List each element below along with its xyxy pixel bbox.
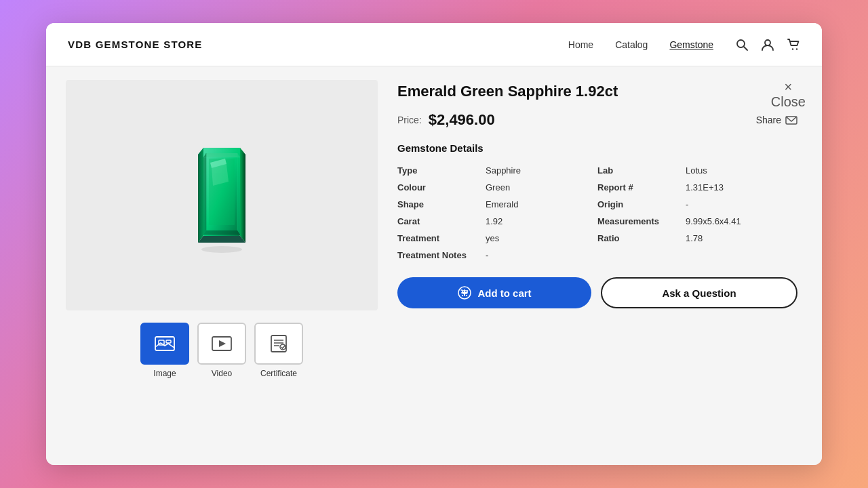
svg-line-1 [744, 47, 747, 50]
share-label: Share [756, 115, 781, 125]
detail-row-treatment-notes: Treatment Notes - [397, 247, 597, 264]
add-to-cart-label: Add to cart [477, 287, 531, 299]
nav-catalog[interactable]: Catalog [615, 39, 648, 50]
svg-marker-11 [203, 230, 240, 235]
close-button[interactable]: × Close [771, 80, 806, 108]
action-row: Add to cart Ask a Question [397, 277, 797, 308]
email-icon [785, 114, 797, 126]
details-title: Gemstone Details [397, 142, 797, 154]
detail-row-measurements: Measurements 9.99x5.6x4.41 [597, 213, 797, 230]
svg-marker-8 [198, 236, 245, 243]
video-tab-box[interactable] [197, 323, 246, 365]
product-image-box [66, 80, 378, 310]
svg-rect-24 [166, 340, 171, 343]
svg-rect-22 [155, 337, 174, 350]
add-to-cart-button[interactable]: Add to cart [397, 277, 591, 308]
details-grid: Type Sapphire Colour Green Shape Emerald [397, 162, 797, 264]
svg-marker-10 [203, 153, 240, 157]
media-tab-image[interactable]: Image [140, 323, 189, 378]
price-label: Price: [397, 115, 422, 125]
media-tabs: Image Video [140, 323, 303, 378]
price-row: Price: $2,496.00 Share [397, 111, 797, 129]
image-tab-box[interactable] [140, 323, 189, 365]
svg-point-21 [201, 246, 242, 253]
detail-row-type: Type Sapphire [397, 162, 597, 179]
cart-btn-icon [457, 285, 472, 300]
svg-point-35 [466, 295, 467, 296]
ask-question-label: Ask a Question [662, 287, 736, 299]
svg-point-34 [462, 295, 463, 296]
detail-row-carat: Carat 1.92 [397, 213, 597, 230]
svg-marker-6 [198, 148, 203, 243]
details-section: × Close Emerald Green Sapphire 1.92ct Pr… [381, 80, 806, 454]
detail-row-shape: Shape Emerald [397, 196, 597, 213]
cart-icon[interactable] [787, 38, 800, 52]
svg-point-31 [280, 344, 285, 350]
header: VDB GEMSTONE STORE Home Catalog Gemstone [46, 23, 822, 66]
share-button[interactable]: Share [756, 114, 797, 126]
main-nav: Home Catalog Gemstone [568, 39, 713, 50]
close-x-icon: × [785, 80, 793, 94]
search-icon[interactable] [735, 38, 749, 52]
main-window: VDB GEMSTONE STORE Home Catalog Gemstone [46, 23, 822, 465]
detail-row-origin: Origin - [597, 196, 797, 213]
media-tab-certificate[interactable]: Certificate [254, 323, 303, 378]
product-area: Image Video [46, 80, 822, 465]
svg-point-4 [796, 48, 797, 49]
certificate-tab-box[interactable] [254, 323, 303, 365]
header-icons [735, 38, 800, 52]
nav-home[interactable]: Home [568, 39, 593, 50]
svg-marker-13 [237, 153, 240, 235]
detail-row-ratio: Ratio 1.78 [597, 230, 797, 247]
price-value: $2,496.00 [429, 111, 495, 129]
svg-marker-26 [219, 340, 226, 347]
user-icon[interactable] [761, 38, 774, 52]
details-left-col: Type Sapphire Colour Green Shape Emerald [397, 162, 597, 264]
details-right-col: Lab Lotus Report # 1.31E+13 Origin - M [597, 162, 797, 264]
image-section: Image Video [62, 80, 381, 454]
media-tab-video[interactable]: Video [197, 323, 246, 378]
svg-point-3 [792, 48, 793, 49]
svg-marker-7 [240, 148, 245, 243]
detail-row-report: Report # 1.31E+13 [597, 179, 797, 196]
gemstone-image [191, 134, 252, 256]
nav-gemstone[interactable]: Gemstone [669, 39, 713, 50]
svg-marker-12 [203, 153, 206, 235]
detail-row-treatment: Treatment yes [397, 230, 597, 247]
ask-question-button[interactable]: Ask a Question [601, 277, 797, 308]
svg-point-0 [737, 40, 745, 47]
svg-point-2 [765, 40, 770, 45]
detail-row-colour: Colour Green [397, 179, 597, 196]
product-title: Emerald Green Sapphire 1.92ct [397, 83, 797, 100]
logo: VDB GEMSTONE STORE [68, 39, 203, 50]
detail-row-lab: Lab Lotus [597, 162, 797, 179]
main-content: Image Video [46, 66, 822, 465]
